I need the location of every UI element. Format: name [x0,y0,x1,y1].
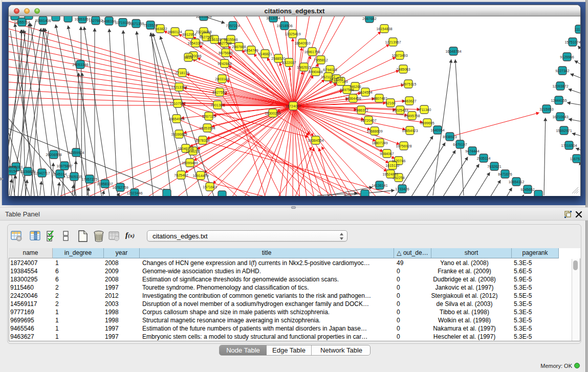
svg-text:10958107: 10958107 [97,182,113,186]
svg-text:8878334: 8878334 [195,139,209,142]
svg-text:6466160: 6466160 [102,19,116,23]
svg-text:15495758: 15495758 [404,114,420,118]
svg-text:20364456: 20364456 [345,97,361,100]
svg-text:9839: 9839 [184,56,192,59]
svg-text:1167534: 1167534 [570,157,580,161]
svg-text:2935114: 2935114 [477,157,491,160]
svg-text:2087682: 2087682 [362,17,376,20]
svg-text:19218506: 19218506 [276,24,292,28]
svg-text:16543382: 16543382 [187,41,203,45]
svg-text:19166829: 19166829 [171,133,187,136]
svg-text:7625402: 7625402 [174,173,188,177]
svg-text:12323446: 12323446 [126,191,142,195]
svg-text:17957275: 17957275 [81,178,97,181]
svg-text:2718176: 2718176 [175,71,189,75]
svg-text:39154: 39154 [9,169,17,173]
svg-text:1615132: 1615132 [385,164,399,167]
svg-text:16648784: 16648784 [445,50,461,53]
svg-text:10973493: 10973493 [391,54,407,57]
svg-text:252254: 252254 [393,176,404,180]
svg-text:9227342: 9227342 [555,69,569,73]
svg-text:6497568: 6497568 [340,88,354,92]
svg-text:8660124: 8660124 [168,30,182,34]
svg-text:10653267: 10653267 [74,17,90,21]
svg-text:18640910: 18640910 [294,41,310,45]
svg-text:15720407: 15720407 [360,119,376,122]
svg-text:8186328: 8186328 [207,38,221,41]
svg-text:1640954: 1640954 [430,128,444,132]
svg-text:9711340: 9711340 [418,108,431,112]
svg-text:19654923: 19654923 [402,129,418,133]
svg-text:12444155: 12444155 [551,99,567,102]
svg-text:16961758: 16961758 [304,50,320,54]
svg-text:10025433: 10025433 [392,108,408,112]
svg-text:14055714: 14055714 [14,20,30,24]
svg-text:2867608: 2867608 [232,45,246,49]
svg-text:11156829: 11156829 [20,170,35,173]
svg-text:16033809: 16033809 [195,16,211,18]
svg-text:6479197: 6479197 [453,143,467,146]
svg-text:7485063: 7485063 [396,68,410,71]
svg-text:9699695: 9699695 [420,121,434,125]
svg-text:7955812: 7955812 [314,58,328,62]
svg-text:8935001: 8935001 [9,165,23,169]
svg-text:20206558: 20206558 [46,153,61,157]
svg-text:10807487: 10807487 [371,97,387,100]
svg-text:13325419: 13325419 [285,32,300,36]
svg-text:16782759: 16782759 [112,186,128,189]
svg-text:1145194: 1145194 [53,172,67,176]
svg-text:29053346: 29053346 [72,63,88,67]
svg-text:9463627: 9463627 [402,99,416,103]
svg-text:20691406: 20691406 [35,19,51,23]
svg-text:7986372: 7986372 [354,108,368,112]
svg-text:16154838: 16154838 [376,27,392,31]
svg-text:18807249: 18807249 [372,141,387,145]
svg-text:19756928: 19756928 [396,144,411,148]
svg-text:8938923: 8938923 [443,135,456,139]
svg-text:1527602: 1527602 [89,19,102,23]
svg-text:17359924: 17359924 [68,151,84,155]
svg-text:9242848: 9242848 [217,62,231,65]
svg-text:16914479: 16914479 [192,174,208,178]
svg-text:8912954: 8912954 [182,33,196,36]
svg-text:9527508: 9527508 [217,41,231,45]
svg-text:3624554: 3624554 [358,91,372,94]
svg-text:12942717: 12942717 [34,171,50,175]
svg-text:8990448: 8990448 [309,70,322,74]
svg-text:1562615: 1562615 [297,65,311,69]
svg-text:12213369: 12213369 [171,85,187,89]
svg-text:9777169: 9777169 [334,80,347,83]
svg-text:10107542: 10107542 [169,102,185,105]
svg-text:9474444: 9474444 [465,149,479,153]
svg-text:7515526: 7515526 [143,24,157,27]
svg-text:8322037: 8322037 [282,61,296,64]
svg-text:8471676: 8471676 [498,172,512,176]
svg-text:16210643: 16210643 [552,115,568,119]
svg-text:12975115: 12975115 [401,82,417,86]
svg-text:19654985: 19654985 [168,117,184,121]
svg-text:3215953: 3215953 [539,107,553,111]
svg-text:10975887: 10975887 [56,164,72,168]
svg-text:18300295: 18300295 [265,112,280,115]
svg-text:14136141: 14136141 [372,184,387,187]
svg-text:15692971: 15692971 [556,129,572,133]
svg-text:16671355: 16671355 [128,22,144,26]
svg-text:11122: 11122 [575,28,580,31]
svg-text:9245652: 9245652 [520,188,534,191]
svg-text:19384554: 19384554 [308,139,323,142]
svg-text:12505135: 12505135 [66,175,82,179]
svg-text:12213967: 12213967 [385,40,401,44]
svg-text:18724007: 18724007 [285,104,301,108]
svg-text:1120746: 1120746 [392,159,406,163]
svg-text:12093872: 12093872 [552,84,568,88]
svg-text:9129966: 9129966 [560,55,574,59]
svg-text:7632621: 7632621 [487,165,501,168]
svg-text:1498222: 1498222 [186,149,200,153]
svg-text:10688609: 10688609 [366,129,382,133]
svg-text:2588520: 2588520 [271,57,285,60]
svg-text:8675685: 8675685 [219,51,232,55]
svg-text:9146821: 9146821 [258,52,272,56]
svg-text:9815546: 9815546 [224,38,237,41]
svg-text:1571643: 1571643 [203,185,216,189]
svg-text:16099489: 16099489 [182,161,198,165]
